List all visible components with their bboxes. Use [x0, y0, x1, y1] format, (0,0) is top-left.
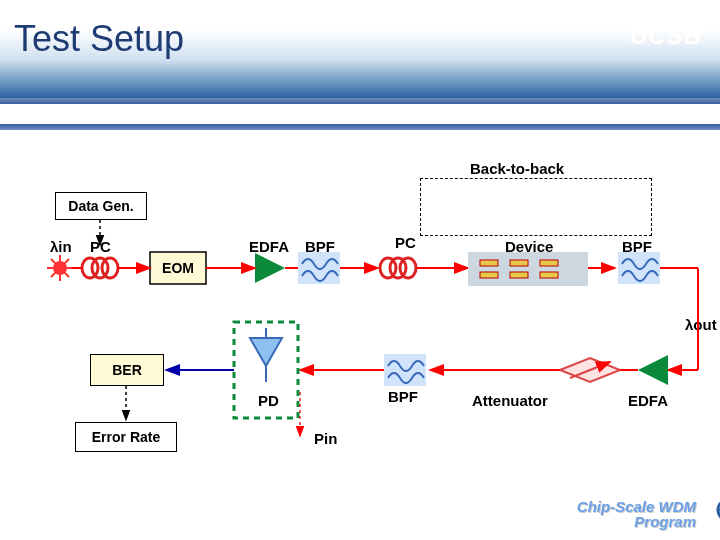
pc2-icon [380, 258, 416, 278]
brand-logo: UCSB [630, 22, 702, 50]
svg-rect-23 [510, 272, 528, 278]
diagram-stage: Back-to-back Data Gen. λin PC EDFA BPF P… [0, 130, 720, 510]
diagram-svg: EOM [0, 130, 720, 510]
pc1-icon [82, 258, 118, 278]
svg-rect-22 [480, 272, 498, 278]
attenuator-icon [560, 358, 620, 382]
svg-point-16 [400, 258, 416, 278]
svg-rect-21 [540, 260, 558, 266]
slide-header: Test Setup UCSB [0, 0, 720, 100]
svg-rect-18 [468, 252, 588, 286]
bpf2-icon [618, 252, 660, 284]
bpf1-icon [298, 252, 340, 284]
bpf3-icon [384, 354, 426, 386]
svg-rect-20 [510, 260, 528, 266]
header-rule-1 [0, 98, 720, 104]
edfa1-icon [255, 253, 285, 283]
footer-line1: Chip-Scale WDM [577, 498, 696, 515]
svg-rect-19 [480, 260, 498, 266]
footer: Chip-Scale WDM Program DARPA [577, 499, 696, 531]
svg-point-7 [102, 258, 118, 278]
eom-text: EOM [162, 260, 194, 276]
footer-line2: Program [634, 513, 696, 530]
page-title: Test Setup [14, 18, 184, 60]
laser-icon [47, 255, 73, 281]
svg-rect-24 [540, 272, 558, 278]
device-icon [468, 252, 588, 286]
edfa2-icon [638, 355, 668, 385]
darpa-badge: DARPA [716, 492, 720, 528]
pd-icon [250, 328, 282, 382]
